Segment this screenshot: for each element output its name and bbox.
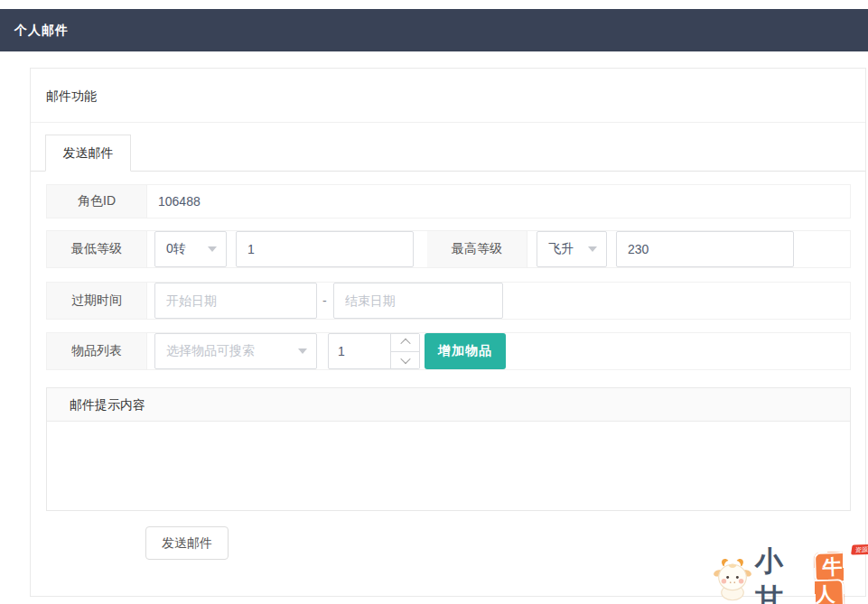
spinner-down-button[interactable] [391,351,419,369]
panel-title: 邮件功能 [31,69,865,123]
logo-badge: 牛人 资源网 [814,552,868,604]
quantity-spinner [390,334,419,368]
top-navbar: 个人邮件 [0,9,868,51]
form-row-role-id: 角色ID 106488 [46,184,851,218]
chevron-down-icon [208,246,217,252]
max-level-selected-value: 飞升 [548,241,574,257]
mail-panel: 邮件功能 发送邮件 角色ID 106488 最低等级 0转 最高等级 飞升 [30,68,866,597]
item-list-label: 物品列表 [47,333,147,369]
screen: 个人邮件 邮件功能 发送邮件 角色ID 106488 最低等级 0转 最高等级 … [0,0,868,604]
min-level-input[interactable] [236,231,414,267]
role-id-value: 106488 [147,194,201,209]
item-quantity-stepper [328,333,420,369]
logo-ribbon: 资源网 [851,544,868,554]
send-mail-button[interactable]: 发送邮件 [145,526,229,560]
form-row-expire-time: 过期时间 - [46,282,851,320]
tab-bar: 发送邮件 [31,134,865,172]
chevron-up-icon [400,339,410,348]
logo-text: 小甘 [755,543,810,604]
end-date-input[interactable] [333,283,503,319]
chevron-down-icon [298,348,307,354]
item-select[interactable]: 选择物品可搜索 [154,333,317,369]
min-level-selected-value: 0转 [166,241,186,257]
mail-content-box: 邮件提示内容 [46,387,851,511]
form-row-level: 最低等级 0转 最高等级 飞升 [46,230,851,268]
spinner-up-button[interactable] [391,334,419,351]
item-quantity-input[interactable] [329,334,390,368]
start-date-input[interactable] [154,283,317,319]
site-logo[interactable]: 小甘 牛人 资源网 [712,556,868,604]
max-level-input[interactable] [616,231,794,267]
min-level-select[interactable]: 0转 [154,231,227,267]
cow-mascot-icon [712,556,753,604]
min-level-label: 最低等级 [47,231,147,267]
add-item-button[interactable]: 增加物品 [425,333,506,369]
mail-content-title: 邮件提示内容 [47,388,850,422]
expire-time-label: 过期时间 [47,283,147,319]
item-select-placeholder: 选择物品可搜索 [166,343,255,359]
max-level-label: 最高等级 [427,231,527,267]
max-level-select[interactable]: 飞升 [537,231,607,267]
mail-content-textarea[interactable] [47,422,850,508]
page-title: 个人邮件 [0,23,69,39]
date-range-separator: - [322,293,327,308]
form-row-item-list: 物品列表 选择物品可搜索 增加物品 [46,332,851,370]
logo-badge-text: 牛人 [814,551,845,604]
chevron-down-icon [588,246,597,252]
chevron-down-icon [400,354,410,364]
tab-send-mail[interactable]: 发送邮件 [45,135,131,172]
role-id-label: 角色ID [47,185,147,218]
